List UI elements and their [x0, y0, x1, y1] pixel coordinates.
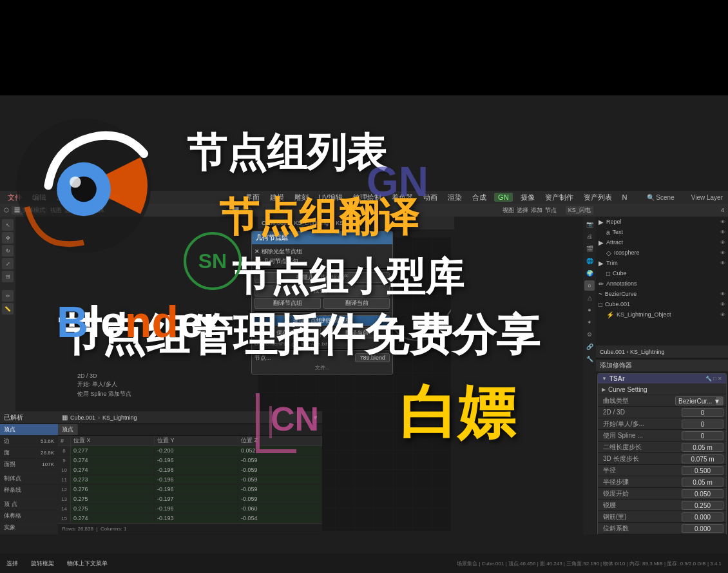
ss-item-ctrlpoint[interactable]: 制体点 [0, 473, 58, 485]
field-tilt: 位斜系数 0.000 [598, 523, 726, 534]
menu-n[interactable]: N [620, 193, 630, 201]
val-curve-type[interactable]: BezierCur... ▼ [675, 396, 723, 405]
prop-output-icon[interactable]: 🖨 [584, 231, 595, 242]
val-sharp-waist[interactable]: 0.250 [682, 501, 723, 510]
val-sharp-start[interactable]: 0.050 [682, 489, 723, 498]
menu-uv[interactable]: UV编辑 [316, 193, 345, 202]
val-tilt[interactable]: 0.000 [682, 524, 723, 533]
popup-translatecurrent2[interactable]: 翻译当前 [323, 327, 390, 338]
outliner-item-cube[interactable]: □Cube [596, 268, 728, 278]
row-num: 15 [58, 514, 71, 523]
prop-object-icon[interactable]: ○ [584, 280, 595, 291]
popup-save[interactable]: 保存提取 [254, 327, 321, 338]
popup-blend-val[interactable]: 789.blend [355, 353, 390, 362]
field-radius: 半径 0.500 [598, 465, 726, 476]
outliner-item-text[interactable]: aText 👁 [596, 227, 728, 237]
menu-ui[interactable]: 界面 [243, 193, 262, 202]
popup-savecurrent[interactable]: 仅资产 [254, 286, 390, 296]
toolbar-icon1[interactable]: ⬡ [4, 207, 9, 213]
outliner-item-cube001[interactable]: □Cube.001 👁 [596, 299, 728, 309]
popup-extract[interactable]: 提取节点组到到剪贴板 [254, 315, 390, 326]
node-select[interactable]: 选择 [517, 206, 528, 215]
sidebar-measure-icon[interactable]: 📏 [2, 303, 14, 315]
cell-y: -0.196 [155, 465, 238, 474]
outliner-item-annotations[interactable]: ✏Annotations [596, 278, 728, 289]
prop-render-icon[interactable]: 📷 [584, 219, 595, 229]
popup-item-remove[interactable]: ✕ 移除光坐节点组 [254, 248, 302, 256]
ss-item-vert[interactable]: 顶点 [0, 424, 58, 436]
prop-physics-icon[interactable]: ⚙ [584, 329, 595, 340]
popup-batch[interactable]: 批量几何节点组资产 [254, 272, 390, 283]
sidebar-annotate-icon[interactable]: ✏ [2, 290, 14, 302]
menu-assetlist[interactable]: 资产列表 [581, 193, 615, 202]
outliner-item-beziercurve[interactable]: ~BezierCurve 👁 [596, 289, 728, 299]
menu-animation[interactable]: 动画 [421, 193, 440, 202]
row-num: 14 [58, 504, 71, 513]
node-add[interactable]: 添加 [531, 206, 542, 215]
outliner-item-ks-lightning[interactable]: ⚡KS_Lightning_Object 👁 [596, 309, 728, 320]
sidebar-scale-icon[interactable]: ⤢ [2, 258, 14, 269]
table-row: 11 0.273 -0.196 -0.059 [58, 475, 322, 485]
status-file[interactable]: 物体上下文菜单 [67, 559, 108, 568]
menu-model[interactable]: 建模 [267, 193, 287, 202]
ss-item-corner[interactable]: 面拐107K [0, 459, 58, 471]
table-row: 9 0.274 -0.196 -0.059 [58, 456, 322, 465]
bc-arrow2: › [331, 220, 333, 227]
val-radius-step[interactable]: 0.05 m [682, 478, 723, 487]
prop-world-icon[interactable]: 🌍 [584, 268, 595, 278]
outliner-item-trim[interactable]: ▶Trim 👁 [596, 258, 728, 268]
ss-item-face[interactable]: 面26.8K [0, 447, 58, 459]
row-num: 10 [58, 465, 71, 474]
val-3d-step[interactable]: 0.075 m [682, 454, 723, 463]
status-transform[interactable]: 旋转框架 [31, 559, 54, 568]
val-radius[interactable]: 0.500 [682, 466, 723, 475]
prop-mesh-icon[interactable]: △ [584, 293, 595, 303]
ss-item-spline[interactable]: 样条线 [0, 485, 58, 496]
popup-translatecurrent[interactable]: 翻译当前 [323, 298, 390, 309]
table-row: 12 0.276 -0.196 -0.059 [58, 485, 322, 494]
ss-item-voxtree[interactable]: 体桦格 [0, 510, 58, 522]
prop-scene-icon[interactable]: 🌐 [584, 256, 595, 266]
popup-translate[interactable]: 翻译节点组 [254, 298, 321, 309]
prop-modifier-icon[interactable]: 🔧 [584, 354, 595, 364]
sidebar-transform-icon[interactable]: ⊞ [2, 271, 14, 282]
cell-z: -0.059 [238, 494, 322, 503]
menu-gn[interactable]: GN [494, 193, 513, 202]
outliner-item-attract[interactable]: ▶Attract 👁 [596, 237, 728, 248]
menu-shading[interactable]: 着色器 [389, 193, 416, 202]
sidebar-rotate-icon[interactable]: ↻ [2, 245, 14, 257]
cell-x: 0.273 [71, 475, 155, 484]
val-2d3d[interactable]: 0 [682, 408, 723, 417]
view-icon1[interactable]: 4 [721, 207, 724, 213]
menu-composite[interactable]: 合成 [470, 193, 489, 202]
menu-camera[interactable]: 摄像 [518, 193, 537, 202]
ss-filter-icon[interactable]: ▼ [312, 414, 318, 421]
ss-item-edge[interactable]: 边53.6K [0, 436, 58, 447]
val-spline[interactable]: 0 [682, 431, 723, 440]
menu-texture[interactable]: 纹理绘制 [350, 193, 384, 202]
val-rebar[interactable]: 0.000 [682, 512, 723, 521]
ss-tab-vert[interactable]: 顶点 [58, 424, 78, 435]
ss-item-instance[interactable]: 实象 [0, 522, 58, 534]
val-start[interactable]: 0 [682, 420, 723, 429]
popup-item-pack[interactable]: 📦 几何节点打包 [254, 257, 298, 266]
ss-item-point[interactable]: 顶 点 [0, 499, 58, 510]
val-2d-step[interactable]: 0.05 m [682, 443, 723, 452]
add-modifier-btn[interactable]: 添加修饰器 [596, 360, 728, 372]
menu-asset[interactable]: 资产制作 [542, 193, 576, 202]
table-row: 14 0.275 -0.196 -0.060 [58, 504, 322, 514]
menu-render2[interactable]: 渲染 [445, 193, 465, 202]
prop-material-icon[interactable]: ● [584, 305, 595, 315]
outliner-item-repel[interactable]: ▶Repel 👁 [596, 217, 728, 227]
sidebar-move-icon[interactable]: ✥ [2, 232, 14, 244]
prop-view-icon[interactable]: 🎬 [584, 244, 595, 254]
status-select[interactable]: 选择 [6, 559, 18, 568]
cell-z: -0.060 [238, 504, 322, 513]
outliner-item-icosphere[interactable]: ◇Icosphere 👁 [596, 248, 728, 258]
prop-particles-icon[interactable]: ✦ [584, 317, 595, 327]
sidebar-select-icon[interactable]: ↖ [2, 219, 14, 231]
prop-constraints-icon[interactable]: 🔗 [584, 342, 595, 352]
row-num: 8 [58, 446, 71, 455]
spreadsheet-tabs: 顶点 [58, 424, 322, 436]
menu-sculpt[interactable]: 雕刻 [292, 193, 311, 202]
